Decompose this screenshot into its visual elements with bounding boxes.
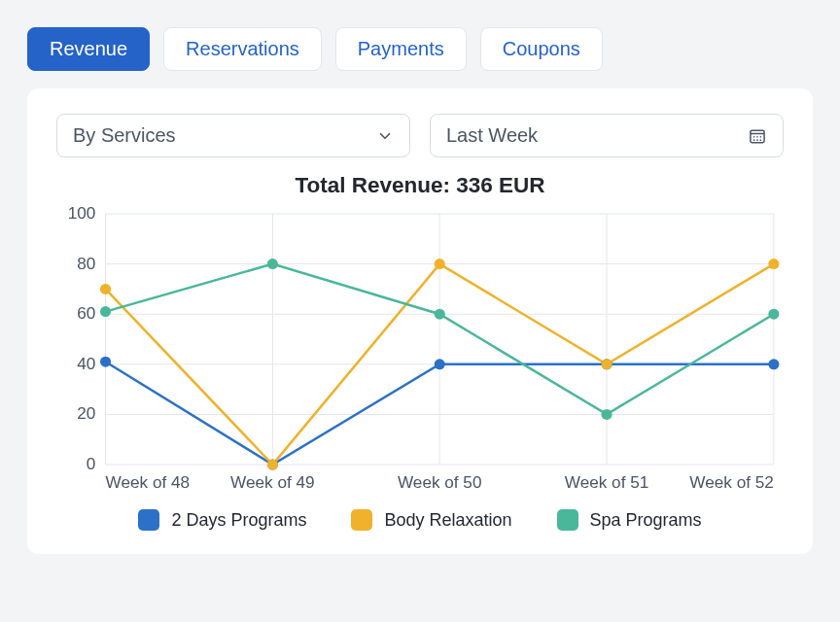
chart-area: 020406080100Week of 48Week of 49Week of … (56, 204, 784, 496)
svg-point-44 (768, 309, 779, 320)
svg-point-42 (435, 309, 445, 320)
legend-swatch-0 (138, 509, 159, 531)
svg-text:Week of 51: Week of 51 (565, 473, 649, 492)
tab-coupons[interactable]: Coupons (480, 27, 603, 71)
chart-title: Total Revenue: 336 EUR (56, 173, 784, 198)
legend-label-1: Body Relaxation (384, 510, 511, 531)
svg-point-6 (756, 139, 758, 141)
svg-point-36 (267, 460, 278, 470)
svg-text:100: 100 (68, 204, 96, 223)
svg-point-41 (267, 259, 278, 269)
grouping-select-value: By Services (73, 124, 176, 147)
svg-text:0: 0 (87, 455, 96, 473)
svg-point-30 (100, 357, 111, 367)
legend-swatch-2 (557, 509, 578, 531)
svg-text:20: 20 (77, 404, 95, 423)
daterange-select-value: Last Week (446, 124, 538, 147)
svg-point-32 (435, 359, 445, 369)
svg-point-3 (756, 136, 758, 138)
svg-point-35 (100, 284, 111, 294)
svg-point-39 (768, 259, 779, 269)
chart-card: By Services Last Week Total Revenue: 336… (27, 88, 813, 554)
svg-point-37 (435, 259, 445, 269)
svg-text:Week of 50: Week of 50 (398, 473, 482, 492)
svg-point-38 (601, 359, 612, 369)
legend-label-0: 2 Days Programs (171, 510, 306, 531)
tab-revenue[interactable]: Revenue (27, 27, 150, 71)
tab-payments[interactable]: Payments (335, 27, 467, 71)
calendar-icon (748, 126, 767, 146)
legend-swatch-1 (351, 509, 372, 531)
svg-text:40: 40 (77, 355, 95, 373)
svg-point-4 (760, 136, 762, 138)
svg-point-34 (768, 359, 779, 369)
legend-item-1[interactable]: Body Relaxation (351, 509, 511, 531)
svg-point-40 (100, 306, 111, 317)
grouping-select[interactable]: By Services (56, 114, 410, 157)
legend-label-2: Spa Programs (590, 510, 702, 531)
legend-item-2[interactable]: Spa Programs (557, 509, 702, 531)
tab-reservations[interactable]: Reservations (163, 27, 322, 71)
svg-text:Week of 48: Week of 48 (106, 473, 191, 492)
svg-text:60: 60 (77, 304, 95, 323)
svg-point-43 (601, 409, 612, 420)
svg-point-5 (753, 139, 755, 141)
svg-text:Week of 49: Week of 49 (230, 473, 315, 492)
daterange-select[interactable]: Last Week (430, 114, 784, 157)
svg-text:80: 80 (77, 255, 95, 273)
legend: 2 Days Programs Body Relaxation Spa Prog… (56, 509, 784, 531)
filters-row: By Services Last Week (56, 114, 784, 157)
svg-point-2 (753, 136, 755, 138)
tabs: Revenue Reservations Payments Coupons (27, 27, 813, 71)
svg-point-7 (760, 139, 762, 141)
svg-text:Week of 52: Week of 52 (689, 473, 774, 492)
chevron-down-icon (376, 127, 394, 145)
legend-item-0[interactable]: 2 Days Programs (138, 509, 306, 531)
line-chart: 020406080100Week of 48Week of 49Week of … (56, 204, 784, 496)
